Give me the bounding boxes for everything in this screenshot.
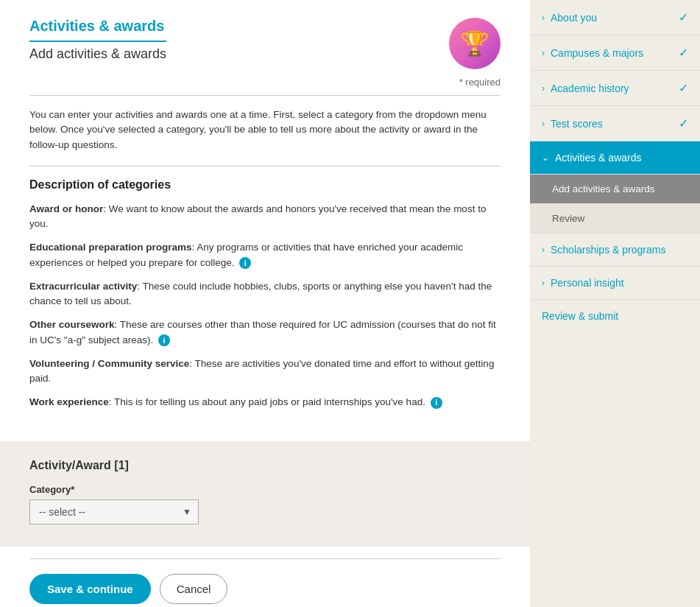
- chevron-right-icon: ›: [542, 13, 545, 23]
- sidebar-item-campuses-majors[interactable]: › Campuses & majors ✓: [530, 35, 700, 71]
- category-select-wrapper: -- select -- Award or honor Educational …: [29, 499, 199, 524]
- sidebar: › About you ✓ › Campuses & majors ✓ › Ac…: [530, 0, 700, 607]
- page-section-label: Activities & awards: [29, 18, 166, 42]
- sidebar-label-campuses-majors: Campuses & majors: [551, 47, 679, 59]
- sidebar-label-about-you: About you: [551, 12, 679, 24]
- sidebar-label-review-submit: Review & submit: [542, 310, 688, 322]
- sidebar-sub-review[interactable]: Review: [530, 204, 700, 234]
- check-icon-about-you: ✓: [679, 10, 688, 24]
- sidebar-item-about-you[interactable]: › About you ✓: [530, 0, 700, 35]
- bottom-section: Save & continue Cancel: [0, 547, 530, 608]
- chevron-right-icon-personal: ›: [542, 278, 545, 288]
- check-icon-academic: ✓: [679, 81, 688, 95]
- activity-heading: Activity/Award [1]: [29, 459, 501, 472]
- chevron-down-icon-activities: ⌄: [542, 152, 549, 163]
- check-icon-test: ✓: [679, 116, 688, 130]
- category-award: Award or honor: We want to know about th…: [29, 202, 501, 232]
- button-row: Save & continue Cancel: [29, 574, 501, 604]
- sidebar-sub-review-label: Review: [552, 213, 584, 224]
- category-select[interactable]: -- select -- Award or honor Educational …: [29, 499, 199, 524]
- cancel-button[interactable]: Cancel: [160, 574, 228, 604]
- sidebar-item-review-submit[interactable]: Review & submit: [530, 300, 700, 332]
- page-subtitle: Add activities & awards: [29, 46, 166, 62]
- sidebar-label-test-scores: Test scores: [551, 118, 679, 130]
- required-note: * required: [29, 77, 501, 88]
- intro-text: You can enter your activities and awards…: [29, 108, 501, 152]
- category-work-experience: Work experience: This is for telling us …: [29, 395, 501, 410]
- category-edu-prep: Educational preparation programs: Any pr…: [29, 240, 501, 270]
- sidebar-item-scholarships[interactable]: › Scholarships & programs: [530, 234, 700, 267]
- sidebar-label-academic-history: Academic history: [551, 83, 679, 94]
- sidebar-sub-add-activities[interactable]: Add activities & awards: [530, 175, 700, 204]
- sidebar-label-scholarships: Scholarships & programs: [551, 244, 688, 256]
- chevron-right-icon-academic: ›: [542, 83, 545, 94]
- sidebar-label-activities-awards: Activities & awards: [555, 152, 688, 164]
- sidebar-item-personal-insight[interactable]: › Personal insight: [530, 267, 700, 300]
- categories-heading: Description of categories: [29, 178, 501, 192]
- sidebar-label-personal-insight: Personal insight: [551, 277, 688, 289]
- category-other-coursework: Other coursework: These are courses othe…: [29, 317, 501, 348]
- category-extracurricular: Extracurricular activity: These could in…: [29, 279, 501, 309]
- category-volunteering: Volunteering / Community service: These …: [29, 357, 501, 387]
- work-experience-info-icon[interactable]: i: [431, 397, 442, 409]
- sidebar-item-academic-history[interactable]: › Academic history ✓: [530, 71, 700, 106]
- activity-section: Activity/Award [1] Category* -- select -…: [0, 441, 530, 547]
- other-coursework-info-icon[interactable]: i: [158, 334, 170, 346]
- chevron-right-icon-scholarships: ›: [542, 245, 545, 255]
- trophy-icon: 🏆: [449, 18, 501, 69]
- chevron-right-icon-campuses: ›: [542, 48, 545, 58]
- sidebar-item-activities-awards[interactable]: ⌄ Activities & awards: [530, 141, 700, 175]
- save-continue-button[interactable]: Save & continue: [29, 574, 151, 604]
- sidebar-item-test-scores[interactable]: › Test scores ✓: [530, 106, 700, 141]
- category-label: Category*: [29, 484, 501, 495]
- chevron-right-icon-test: ›: [542, 119, 545, 129]
- sidebar-sub-add-activities-label: Add activities & awards: [552, 183, 655, 194]
- edu-prep-info-icon[interactable]: i: [239, 257, 251, 269]
- check-icon-campuses: ✓: [679, 46, 688, 60]
